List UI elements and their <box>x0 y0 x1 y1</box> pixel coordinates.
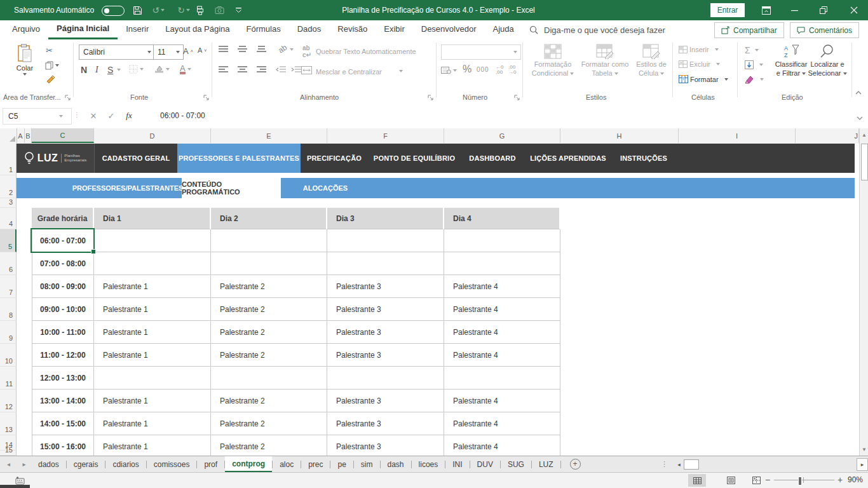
horizontal-scrollbar[interactable]: ◂ ▸ <box>674 459 868 470</box>
align-top-icon[interactable] <box>219 46 228 53</box>
nav-item-cadastro-geral[interactable]: CADASTRO GERAL <box>95 144 177 173</box>
cell-D9[interactable]: Palestrante 1 <box>94 321 211 344</box>
ribbon-display-options-icon[interactable] <box>752 0 780 20</box>
cell-E9[interactable]: Palestrante 2 <box>211 321 327 344</box>
borders-icon[interactable] <box>129 65 144 74</box>
customize-quick-access-icon[interactable] <box>230 0 247 20</box>
nav-item-ponto-de-equilibrio[interactable]: PONTO DE EQUILÍBRIO <box>368 144 461 173</box>
clipboard-dialog-launcher-icon[interactable] <box>65 95 71 100</box>
new-sheet-icon[interactable]: + <box>570 459 581 470</box>
undo-dropdown-icon[interactable] <box>159 0 166 20</box>
subnav-item-professores-palestrantes[interactable]: PROFESSORES/PALESTRANTES <box>74 178 182 198</box>
page-layout-view-button[interactable] <box>722 474 740 487</box>
hscroll-right-icon[interactable]: ▸ <box>857 458 868 471</box>
cell-F14[interactable]: Palestrante 3 <box>327 435 444 456</box>
column-header-H[interactable]: H <box>560 128 679 143</box>
cell-G8[interactable]: Palestrante 4 <box>444 298 560 321</box>
column-header-A[interactable]: A <box>17 128 25 143</box>
fill-handle[interactable] <box>91 249 96 254</box>
row-header-12[interactable]: 12 <box>0 390 17 412</box>
tab-strip-splitter[interactable]: ⋮ <box>661 460 668 468</box>
save-icon[interactable] <box>129 0 146 20</box>
tell-me-search[interactable]: Diga-me o que você deseja fazer <box>529 20 665 39</box>
conditional-formatting-button[interactable]: Formatação Condicional <box>529 44 577 77</box>
minimize-icon[interactable] <box>780 0 809 20</box>
sheet-tab-contprog[interactable]: contprog <box>225 456 272 472</box>
page-break-view-button[interactable] <box>747 474 765 487</box>
formula-input[interactable]: 06:00 - 07:00 <box>160 108 205 123</box>
number-format-select[interactable] <box>441 44 521 60</box>
ribbon-tab-revisao[interactable]: Revisão <box>329 20 376 39</box>
cell-D7[interactable]: Palestrante 1 <box>94 275 211 298</box>
column-header-B[interactable]: B <box>25 128 32 143</box>
cell-G10[interactable]: Palestrante 4 <box>444 344 560 367</box>
cell-F10[interactable]: Palestrante 3 <box>327 344 444 367</box>
italic-button[interactable]: I <box>95 65 98 75</box>
decrease-decimal-icon[interactable]: ,00→0 <box>508 65 516 75</box>
format-cells-button[interactable]: Formatar <box>679 75 728 83</box>
cell-D8[interactable]: Palestrante 1 <box>94 298 211 321</box>
cell-D10[interactable]: Palestrante 1 <box>94 344 211 367</box>
row-header-2[interactable]: 2 <box>0 175 17 198</box>
cell-C11[interactable]: 12:00 - 13:00 <box>32 367 94 390</box>
sheet-tab-luz[interactable]: LUZ <box>532 456 560 472</box>
row-header-10[interactable]: 10 <box>0 344 17 367</box>
sheet-nav-left-icon[interactable]: ◂ <box>0 456 17 472</box>
row-header-13[interactable]: 13 <box>0 412 17 435</box>
sheet-tab-sim[interactable]: sim <box>354 456 380 472</box>
nav-item-licoes-aprendidas[interactable]: LIÇÕES APRENDIDAS <box>524 144 612 173</box>
fill-icon[interactable] <box>745 60 763 69</box>
row-header-5[interactable]: 5 <box>0 229 17 252</box>
cell-styles-button[interactable]: Estilos de Célula <box>632 44 671 77</box>
cell-F6[interactable] <box>327 252 444 275</box>
font-color-icon[interactable]: A <box>180 64 191 74</box>
subnav-item-conteudo-programatico[interactable]: CONTEÚDO PROGRAMÁTICO <box>182 178 281 198</box>
sheet-tab-prof[interactable]: prof <box>197 456 224 472</box>
clear-icon[interactable] <box>745 75 764 84</box>
cut-icon[interactable]: ✂ <box>46 46 53 55</box>
expand-formula-bar-icon[interactable] <box>857 112 863 123</box>
ribbon-tab-ajuda[interactable]: Ajuda <box>484 20 522 39</box>
cell-E5[interactable] <box>211 229 327 252</box>
percent-style-icon[interactable]: % <box>463 64 471 75</box>
horizontal-scroll-track[interactable] <box>699 460 857 469</box>
nav-item-instrucoes[interactable]: INSTRUÇÕES <box>612 144 675 173</box>
ribbon-tab-desenvolvedor[interactable]: Desenvolvedor <box>413 20 485 39</box>
zoom-out-icon[interactable]: − <box>765 475 770 485</box>
normal-view-button[interactable] <box>688 474 706 487</box>
insert-cells-button[interactable]: Inserir <box>679 46 719 53</box>
align-bottom-icon[interactable] <box>257 46 266 53</box>
redo-dropdown-icon[interactable] <box>184 0 192 20</box>
comma-style-icon[interactable]: 000 <box>477 66 489 73</box>
row-header-15[interactable]: 15 <box>0 451 17 456</box>
cell-E6[interactable] <box>211 252 327 275</box>
horizontal-scroll-thumb[interactable] <box>684 459 699 470</box>
ribbon-tab-arquivo[interactable]: Arquivo <box>4 20 48 39</box>
collapse-ribbon-icon[interactable] <box>855 90 862 95</box>
find-select-button[interactable]: Localizar e Selecionar <box>802 44 853 77</box>
sheet-tab-pe[interactable]: pe <box>330 456 353 472</box>
cell-F5[interactable] <box>327 229 444 252</box>
ribbon-tab-layout-da-pagina[interactable]: Layout da Página <box>157 20 238 39</box>
ribbon-tab-pagina-inicial[interactable]: Página Inicial <box>48 20 118 39</box>
cell-E12[interactable]: Palestrante 2 <box>211 390 327 412</box>
cell-G6[interactable] <box>444 252 560 275</box>
sheet-tab-comissoes[interactable]: comissoes <box>147 456 197 472</box>
font-size-select[interactable]: 11 <box>153 44 184 60</box>
align-left-icon[interactable] <box>219 66 228 74</box>
align-middle-icon[interactable] <box>238 46 247 53</box>
cell-E10[interactable]: Palestrante 2 <box>211 344 327 367</box>
camera-icon[interactable] <box>211 0 227 20</box>
vertical-scroll-thumb[interactable] <box>861 144 868 180</box>
column-header-J[interactable]: J <box>796 128 859 143</box>
vertical-scrollbar[interactable]: ▲ ▼ <box>859 128 868 456</box>
autosave-toggle[interactable] <box>102 6 125 16</box>
column-header-E[interactable]: E <box>211 128 327 143</box>
increase-indent-icon[interactable] <box>291 66 301 74</box>
cell-E13[interactable]: Palestrante 2 <box>211 412 327 435</box>
sheet-tab-aloc[interactable]: aloc <box>273 456 301 472</box>
format-as-table-button[interactable]: Formatar como Tabela <box>580 44 630 77</box>
align-center-icon[interactable] <box>238 66 247 74</box>
underline-dropdown-icon[interactable] <box>117 69 121 71</box>
subnav-item-alocacoes[interactable]: ALOCAÇÕES <box>281 178 370 198</box>
